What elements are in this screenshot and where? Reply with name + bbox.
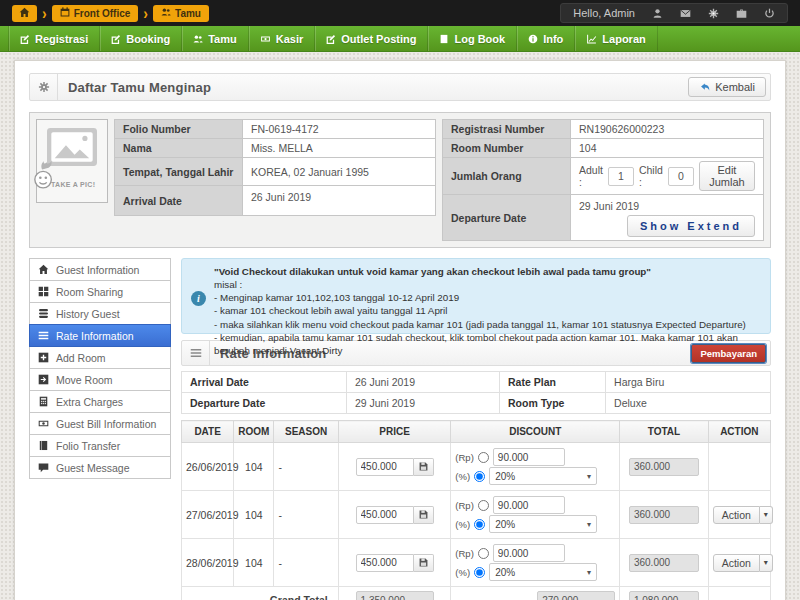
breadcrumb: › Front Office › Tamu	[12, 5, 209, 22]
breadcrumb-label: Front Office	[74, 8, 131, 19]
discount-rp-input[interactable]	[493, 448, 565, 466]
gear-icon[interactable]	[30, 74, 58, 100]
gear-icon[interactable]	[708, 8, 719, 19]
breadcrumb-front-office[interactable]: Front Office	[52, 5, 139, 22]
table-row: Arrival Date 26 Juni 2019 Rate Plan Harg…	[182, 372, 771, 393]
sidebar-item-history-guest[interactable]: History Guest	[29, 302, 171, 325]
user-icon[interactable]	[652, 8, 663, 19]
back-button[interactable]: Kembali	[688, 77, 766, 97]
field-label: Room Number	[443, 139, 571, 158]
birth-place-date-value: KOREA, 02 Januari 1995	[243, 158, 436, 186]
nav-log-book[interactable]: Log Book	[428, 26, 517, 51]
total-input	[629, 506, 699, 524]
field-label: Arrival Date	[115, 186, 243, 216]
room-number-value: 104	[571, 139, 764, 158]
date-cell: 27/06/2019	[182, 491, 234, 539]
sidebar-item-guest-message[interactable]: Guest Message	[29, 456, 171, 479]
action-caret-button[interactable]: ▾	[760, 554, 773, 572]
sidebar-item-room-sharing[interactable]: Room Sharing	[29, 280, 171, 303]
update-price-icon[interactable]	[414, 506, 434, 524]
sidebar-item-move-room[interactable]: Move Room	[29, 368, 171, 391]
guest-info-section: TAKE A PIC! Folio NumberFN-0619-4172 Nam…	[29, 112, 771, 248]
field-label: Registrasi Number	[443, 120, 571, 139]
field-label: Nama	[115, 139, 243, 158]
main-nav: Registrasi Booking Tamu Kasir Outlet Pos…	[0, 26, 800, 52]
table-row: Folio NumberFN-0619-4172	[115, 120, 436, 139]
nav-tamu[interactable]: Tamu	[182, 26, 249, 51]
discount-percent-radio[interactable]	[474, 567, 485, 578]
registration-number-value: RN190626000223	[571, 120, 764, 139]
rate-plan-value: Harga Biru	[606, 372, 771, 393]
discount-percent-select[interactable]: 20%▾	[489, 563, 597, 581]
briefcase-icon[interactable]	[736, 8, 747, 19]
discount-rp-radio[interactable]	[478, 452, 489, 463]
field-label: Jumlah Orang	[443, 158, 571, 195]
room-cell: 104	[234, 443, 274, 491]
calendar-icon	[60, 7, 70, 19]
sidebar-item-add-room[interactable]: Add Room	[29, 346, 171, 369]
top-bar: › Front Office › Tamu Hello, Admin	[0, 0, 800, 26]
sidebar-item-folio-transfer[interactable]: Folio Transfer	[29, 434, 171, 457]
show-extend-button[interactable]: Show Extend	[627, 215, 755, 237]
grand-total-input	[629, 591, 699, 600]
field-label: Tempat, Tanggal Lahir	[115, 158, 243, 186]
discount-rp-input[interactable]	[493, 496, 565, 514]
mail-icon[interactable]	[680, 8, 691, 19]
notice-line: - kamar 101 checkout lebih awal yaitu ta…	[214, 304, 760, 317]
discount-rp-radio[interactable]	[478, 500, 489, 511]
price-input[interactable]	[356, 458, 414, 476]
room-type-value: Deluxe	[606, 393, 771, 414]
table-row: Registrasi NumberRN190626000223	[443, 120, 764, 139]
discount-rp-input[interactable]	[493, 544, 565, 562]
date-cell: 26/06/2019	[182, 443, 234, 491]
notice-line: - kemudian, apabila tamu kamar 101 sudah…	[214, 331, 760, 357]
home-button[interactable]	[12, 5, 37, 22]
nav-laporan[interactable]: Laporan	[575, 26, 657, 51]
discount-percent-radio[interactable]	[474, 471, 485, 482]
discount-percent-select[interactable]: 20%▾	[489, 515, 597, 533]
user-toolbar: Hello, Admin	[560, 3, 788, 23]
sidebar-item-guest-information[interactable]: Guest Information	[29, 258, 171, 281]
breadcrumb-tamu[interactable]: Tamu	[153, 5, 209, 22]
nav-kasir[interactable]: Kasir	[249, 26, 316, 51]
price-input[interactable]	[356, 506, 414, 524]
child-count-input[interactable]	[668, 167, 694, 186]
adult-count-input[interactable]	[608, 167, 634, 186]
child-label: Child :	[639, 164, 663, 188]
table-row: Tempat, Tanggal LahirKOREA, 02 Januari 1…	[115, 158, 436, 186]
season-cell: -	[274, 491, 338, 539]
guest-name-value: Miss. MELLA	[243, 139, 436, 158]
action-button[interactable]: Action	[713, 554, 760, 572]
nav-info[interactable]: Info	[517, 26, 575, 51]
action-button[interactable]: Action	[713, 506, 760, 524]
guest-photo-placeholder[interactable]: TAKE A PIC!	[36, 119, 108, 203]
table-row: Jumlah Orang Adult : Child : Edit Jumlah	[443, 158, 764, 195]
discount-rp-radio[interactable]	[478, 548, 489, 559]
sidebar-item-rate-information[interactable]: Rate Information	[29, 324, 171, 347]
update-price-icon[interactable]	[414, 458, 434, 476]
notice-line: - maka silahkan klik menu void checkout …	[214, 318, 760, 331]
table-header-row: DATE ROOM SEASON PRICE DISCOUNT TOTAL AC…	[182, 421, 771, 443]
discount-percent-radio[interactable]	[474, 519, 485, 530]
rate-row-3: 28/06/2019 104 - (Rp) (%)20%▾ Action▾	[182, 539, 771, 587]
table-row: Departure Date 29 Juni 2019 Show Extend	[443, 195, 764, 241]
action-caret-button[interactable]: ▾	[760, 506, 773, 524]
percent-label: (%)	[455, 567, 470, 578]
nav-registrasi[interactable]: Registrasi	[8, 26, 100, 51]
field-label: Departure Date	[443, 195, 571, 241]
nav-outlet-posting[interactable]: Outlet Posting	[315, 26, 428, 51]
nav-booking[interactable]: Booking	[100, 26, 182, 51]
sidebar-item-guest-bill-information[interactable]: Guest Bill Information	[29, 412, 171, 435]
rate-row-2: 27/06/2019 104 - (Rp) (%)20%▾ Action▾	[182, 491, 771, 539]
power-icon[interactable]	[764, 8, 775, 19]
sidebar-item-extra-charges[interactable]: Extra Charges	[29, 390, 171, 413]
edit-jumlah-button[interactable]: Edit Jumlah	[699, 161, 755, 191]
update-price-icon[interactable]	[414, 554, 434, 572]
action-cell	[708, 443, 770, 491]
photo-caption: TAKE A PIC!	[51, 181, 95, 188]
price-input[interactable]	[356, 554, 414, 572]
table-row: NamaMiss. MELLA	[115, 139, 436, 158]
folio-number-value: FN-0619-4172	[243, 120, 436, 139]
rate-row-1: 26/06/2019 104 - (Rp) (%)20%▾	[182, 443, 771, 491]
discount-percent-select[interactable]: 20%▾	[489, 467, 597, 485]
